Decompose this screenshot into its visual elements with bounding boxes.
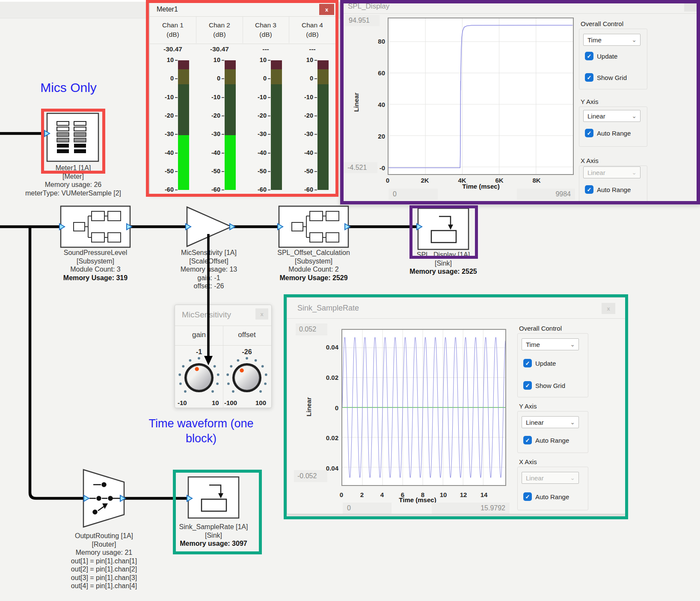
x-tick: 4 [380, 491, 384, 498]
mic-sensitivity-window: MicSensitivity x gain offset -1 -26 [175, 305, 272, 408]
y-axis-label: Y Axis [581, 98, 598, 105]
x-auto-range-checkbox[interactable] [585, 185, 593, 194]
knob-min: -100 [224, 399, 237, 406]
close-icon[interactable]: x [319, 4, 334, 15]
y-max-value: 0.052 [296, 323, 327, 335]
show-grid-label: Show Grid [597, 74, 627, 81]
show-grid-label: Show Grid [535, 382, 565, 389]
mic-sensitivity-block[interactable] [187, 207, 231, 246]
sink-samplerate-block[interactable] [188, 477, 239, 518]
x-tick: 8K [532, 177, 540, 184]
show-grid-checkbox[interactable] [523, 381, 532, 390]
grid-lines [389, 18, 573, 174]
mode-dropdown[interactable]: Time [522, 338, 579, 350]
channel-unit: (dB) [289, 31, 335, 38]
y-tick: 60 [365, 69, 385, 77]
knob-value: -26 [224, 348, 270, 356]
spl-display-block[interactable] [418, 208, 469, 249]
y-tick: 20 [365, 133, 385, 140]
x-axis-label: X Axis [519, 458, 537, 465]
meter-bar-chan1 [178, 60, 189, 190]
channel-value: -30.47 [196, 45, 243, 53]
y-auto-range-checkbox[interactable] [523, 436, 532, 444]
channel-name: Chan 1 [150, 21, 196, 29]
y-tick: 0.04 [318, 465, 338, 472]
channel-value: --- [289, 45, 335, 53]
spl-display-window-title: SPL_Display [348, 2, 389, 11]
sink-plot [341, 329, 506, 486]
y-auto-range-label: Auto Range [597, 130, 631, 137]
y-auto-range-label: Auto Range [535, 437, 569, 444]
x-start-value: 0 [343, 503, 392, 514]
meter1-window: Meter1 x Chan 1 (dB) Chan 2 (dB) Chan 3 … [149, 2, 336, 195]
spl-plot [388, 18, 574, 175]
overall-control-label: Overall Control [581, 20, 623, 27]
y-auto-range-checkbox[interactable] [585, 129, 593, 137]
close-icon[interactable]: x [602, 303, 615, 314]
sink-samplerate-window-title: Sink_SampleRate [297, 304, 359, 313]
knob-max: 10 [212, 399, 219, 406]
x-axis-name: Time (msec) [399, 496, 436, 503]
output-port-icon [230, 224, 235, 230]
x-tick: 14 [481, 491, 488, 498]
update-checkbox[interactable] [523, 359, 532, 367]
y-tick: 0.02 [318, 374, 338, 381]
knob-min: -10 [178, 399, 187, 406]
show-grid-checkbox[interactable] [585, 73, 593, 82]
offset-knob[interactable] [225, 355, 269, 400]
x-scale-dropdown[interactable]: Linear [583, 166, 641, 178]
meter-bar-chan4 [317, 60, 329, 190]
channel-name: Chan 3 [243, 21, 289, 29]
y-scale-dropdown[interactable]: Linear [522, 416, 579, 428]
x-auto-range-label: Auto Range [597, 186, 631, 193]
y-tick: 40 [365, 101, 385, 108]
mic-sensitivity-window-title: MicSensitivity [182, 310, 231, 320]
y-tick: 80 [365, 38, 385, 45]
y-max-value: 94.951 [345, 15, 380, 26]
y-tick: 0 [318, 404, 338, 411]
y-axis-label: Y Axis [519, 403, 537, 410]
meter1-block-label: Meter1 [1A] [Meter] Memory usage: 26 met… [25, 164, 121, 197]
knob-name: gain [176, 331, 222, 339]
x-tick: 10 [440, 491, 447, 498]
spl-display-window: SPL_Display 94.951 -4.521 Linear 80 60 4… [340, 0, 700, 205]
knob-indicator-dot [195, 367, 199, 371]
mode-dropdown[interactable]: Time [583, 34, 641, 46]
channel-unit: (dB) [196, 31, 243, 38]
gain-knob[interactable] [177, 355, 221, 400]
x-axis-name: Time (msec) [462, 183, 499, 190]
sink-samplerate-window: Sink_SampleRate x 0.052 -0.052 Linear 0.… [287, 297, 626, 514]
y-axis-name: Linear [353, 81, 359, 124]
channel-unit: (dB) [243, 31, 289, 38]
update-checkbox[interactable] [585, 52, 593, 60]
meter1-block[interactable] [47, 113, 98, 161]
knob-indicator-dot [240, 368, 243, 372]
spl-curve [389, 25, 572, 168]
x-tick: 0 [340, 491, 343, 498]
x-tick: 0 [386, 177, 389, 184]
y-min-value: -0.052 [294, 470, 327, 482]
sound-pressure-level-block[interactable] [61, 206, 130, 247]
channel-name: Chan 2 [196, 21, 243, 29]
y-tick: -0 [365, 164, 385, 172]
spl-offset-calculation-block[interactable] [279, 206, 348, 247]
knob-max: 100 [255, 399, 266, 406]
x-scale-dropdown[interactable]: Linear [522, 472, 579, 484]
x-auto-range-label: Auto Range [535, 493, 569, 500]
x-tick: 2K [421, 177, 429, 184]
y-scale-dropdown[interactable]: Linear [583, 110, 641, 122]
close-icon[interactable]: x [255, 308, 268, 320]
x-tick: 2 [360, 491, 364, 498]
channel-value: -30.47 [150, 45, 196, 53]
overall-control-label: Overall Control [519, 325, 562, 332]
meter-bar-chan3 [271, 60, 282, 190]
y-axis-name: Linear [305, 385, 312, 428]
channel-unit: (dB) [150, 31, 196, 38]
channel-value: --- [243, 45, 289, 53]
canvas: Mics Only Time waveform (one block) Mete… [0, 0, 700, 601]
x-end-value: 9984 [517, 189, 575, 200]
knob-value: -1 [176, 348, 222, 356]
close-icon[interactable] [684, 2, 697, 12]
x-start-value: 0 [389, 189, 438, 200]
x-auto-range-checkbox[interactable] [523, 492, 532, 501]
